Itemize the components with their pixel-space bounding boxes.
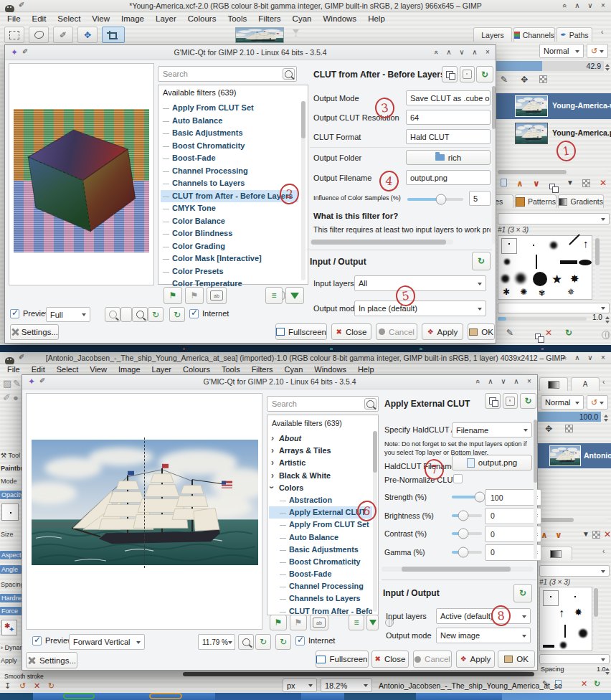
menu-item[interactable]: Tools xyxy=(216,365,246,374)
menu-item[interactable]: Cyan xyxy=(279,365,309,374)
merge-layer-icon[interactable]: ▼ xyxy=(567,179,574,186)
merge-layer-icon[interactable]: ▼ xyxy=(582,531,589,538)
delete-tool-preset-icon[interactable]: ✕ xyxy=(34,682,40,690)
slider-knob[interactable] xyxy=(435,194,446,205)
preview-split-line[interactable] xyxy=(144,438,145,568)
gmic-search-input[interactable] xyxy=(267,396,379,412)
opacity-bar[interactable]: Opacity xyxy=(0,491,22,499)
gmic-bottom-titlebar[interactable]: ✦ ✐ G'MIC-Qt for GIMP 2.10 - Linux 64 bi… xyxy=(22,375,537,389)
gmic-window-controls[interactable]: «∧∨∧× xyxy=(432,48,491,57)
input-layers-combo[interactable]: Active (default) xyxy=(436,608,531,624)
filter-item[interactable]: Color Presets xyxy=(161,265,298,278)
restore-tool-preset-icon[interactable]: ↺ xyxy=(19,682,26,690)
menu-item[interactable]: Windows xyxy=(317,14,362,23)
menu-item[interactable]: Image xyxy=(113,365,146,374)
gmic-search-input[interactable] xyxy=(158,66,297,82)
brush-grid-scrollbar[interactable] xyxy=(595,237,600,298)
pre-normalize-checkbox[interactable] xyxy=(453,474,463,483)
lock-alpha-icon[interactable] xyxy=(565,425,573,432)
dock-menu-icon[interactable]: ‹ xyxy=(602,548,605,555)
delete-layer-icon[interactable]: ✕ xyxy=(604,530,611,539)
refresh-preview-button[interactable]: ↻ xyxy=(275,634,291,650)
output-mode-io-combo[interactable]: In place (default) xyxy=(354,301,486,316)
filter-item[interactable]: Color Blindness xyxy=(161,227,298,240)
raise-layer-icon[interactable]: ∧ xyxy=(516,179,524,188)
menu-item[interactable]: Layer xyxy=(146,365,178,374)
dock-menu-icon[interactable]: ‹ xyxy=(602,379,605,386)
compare-button[interactable] xyxy=(485,393,501,409)
menu-item[interactable]: Colours xyxy=(177,365,216,374)
filter-tree-item[interactable]: Apply From CLUT Set xyxy=(269,519,372,531)
param-slider[interactable] xyxy=(452,514,482,517)
filter-item[interactable]: Apply From CLUT Set xyxy=(161,102,298,115)
taskbar[interactable] xyxy=(0,693,611,700)
output-clut-resolution-value[interactable]: 64 xyxy=(406,110,491,125)
refresh-brushes-icon[interactable]: ↻ xyxy=(565,328,572,337)
free-select-tool[interactable] xyxy=(29,27,49,43)
layer-row[interactable]: Young-America.png xyxy=(496,120,611,146)
brush-filter-combo[interactable] xyxy=(539,565,610,577)
filter-item[interactable]: Auto Balance xyxy=(161,115,298,128)
filter-tree-item[interactable]: Channel Processing xyxy=(269,580,372,592)
preview-checkbox[interactable] xyxy=(10,309,19,318)
fullscreen-button[interactable]: Fullscreen xyxy=(316,651,369,668)
brush-filter-combo[interactable] xyxy=(498,213,610,224)
gmic-top-titlebar[interactable]: ✦ ✐ G'MIC-Qt for GIMP 2.10 - Linux 64 bi… xyxy=(5,45,496,60)
open-brush-icon[interactable] xyxy=(602,331,610,339)
bottom-titlebar[interactable]: ✐ [Antonio_Jacobsen_-_The_ship_Young_Ame… xyxy=(0,352,611,364)
filter-tree-item[interactable]: Basic Adjustments xyxy=(269,544,372,556)
influence-value[interactable]: 5 xyxy=(469,191,491,206)
filter-item[interactable]: CLUT from After - Before Layers xyxy=(161,190,298,203)
filter-tree-item[interactable]: Arrays & Tiles xyxy=(269,445,372,457)
internet-checkbox[interactable] xyxy=(295,636,305,645)
output-mode-io-combo[interactable]: New image xyxy=(436,628,531,643)
filters-scrollbar[interactable] xyxy=(301,101,306,280)
param-slider[interactable] xyxy=(452,551,482,554)
gmic-window-controls[interactable]: «∧∨∧× xyxy=(474,377,533,386)
compare-button[interactable] xyxy=(442,66,458,82)
reset-params-button[interactable]: ↻ xyxy=(476,66,493,82)
top-window-controls[interactable]: «∧∨× xyxy=(561,1,607,10)
filter-item[interactable]: Boost Chromaticity xyxy=(161,140,298,153)
opacity-spinner[interactable] xyxy=(605,62,610,73)
taskbar-item[interactable] xyxy=(215,693,301,700)
refresh-preview-button[interactable]: ↻ xyxy=(169,307,185,322)
layer-row-selected[interactable]: Young-America-with-ma xyxy=(496,93,611,119)
io-reset-button[interactable]: ↻ xyxy=(472,252,491,270)
layers-hscrollbar[interactable] xyxy=(539,518,608,522)
zoom-out-button[interactable] xyxy=(105,307,120,322)
move-tool[interactable]: ✥ xyxy=(77,27,98,43)
slider-knob[interactable] xyxy=(458,547,468,557)
close-button[interactable]: ✖Close xyxy=(371,651,409,668)
lock-position-icon[interactable]: ✥ xyxy=(545,425,552,433)
menu-item[interactable]: Help xyxy=(362,14,391,23)
unit-combo[interactable]: px xyxy=(283,678,317,692)
search-button[interactable] xyxy=(364,398,376,410)
image-tab-thumbnail[interactable] xyxy=(235,27,284,43)
filter-item[interactable]: CMYK Tone xyxy=(161,202,298,215)
cancel-button[interactable]: Cancel xyxy=(413,651,452,668)
anchor-layer-icon[interactable] xyxy=(592,531,600,539)
crop-tool[interactable] xyxy=(102,27,125,43)
lower-layer-icon[interactable]: ∨ xyxy=(533,179,540,188)
menu-item[interactable]: Edit xyxy=(26,365,51,374)
brush-tag-combo[interactable] xyxy=(539,654,610,664)
tab-gradients[interactable]: Gradients xyxy=(558,194,604,208)
taskbar-item[interactable] xyxy=(344,693,416,700)
expand-filters-button[interactable] xyxy=(366,615,379,630)
menu-item[interactable]: Tools xyxy=(222,14,252,23)
filter-tree-item[interactable]: Auto Balance xyxy=(269,531,372,544)
filter-tree-item[interactable]: About xyxy=(269,432,372,445)
menu-item[interactable]: Layer xyxy=(150,14,182,23)
menu-item[interactable]: Colours xyxy=(182,14,222,23)
new-layer-icon[interactable] xyxy=(501,179,507,186)
io-reset-button[interactable]: ↻ xyxy=(513,584,532,602)
param-slider[interactable] xyxy=(452,532,482,535)
filter-item[interactable]: Color Mask [Interactive] xyxy=(161,252,298,265)
taskbar-item-active-green[interactable] xyxy=(63,693,95,699)
randomize-button[interactable] xyxy=(503,393,518,409)
lock-alpha-icon[interactable] xyxy=(539,75,547,83)
menu-item[interactable]: Image xyxy=(115,14,150,23)
brush-grid-scrollbar[interactable] xyxy=(594,587,598,651)
remove-fave-button[interactable]: ⚑ xyxy=(290,615,307,630)
